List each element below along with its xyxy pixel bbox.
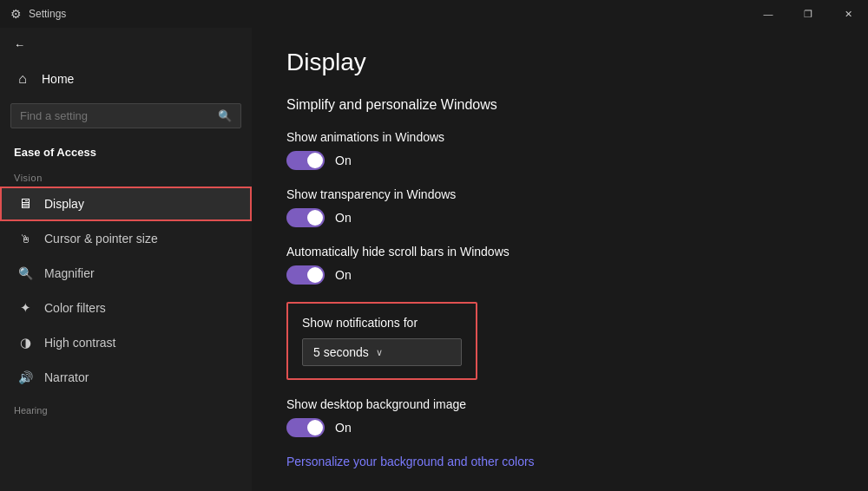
animations-setting: Show animations in Windows On xyxy=(286,130,833,170)
dropdown-arrow-icon: ∨ xyxy=(376,347,383,358)
desktop-bg-setting: Show desktop background image On xyxy=(286,397,833,437)
sidebar-item-magnifier-label: Magnifier xyxy=(44,266,95,280)
titlebar-left: ⚙ Settings xyxy=(10,7,66,21)
cursor-icon: 🖱 xyxy=(16,230,34,247)
back-button[interactable]: ← xyxy=(0,28,252,62)
desktop-bg-toggle-row: On xyxy=(286,418,833,437)
scrollbars-setting: Automatically hide scroll bars in Window… xyxy=(286,245,833,285)
minimize-button[interactable]: — xyxy=(748,0,788,28)
transparency-toggle-knob xyxy=(307,210,323,226)
back-icon: ← xyxy=(14,38,25,51)
ease-access-label: Ease of Access xyxy=(0,135,252,162)
home-button[interactable]: ⌂ Home xyxy=(0,62,252,96)
scrollbars-label: Automatically hide scroll bars in Window… xyxy=(286,245,833,259)
desktop-bg-toggle[interactable] xyxy=(286,418,325,437)
sidebar-item-cursor-label: Cursor & pointer size xyxy=(44,232,158,245)
sidebar-item-magnifier[interactable]: 🔍 Magnifier xyxy=(0,256,252,291)
desktop-bg-toggle-text: On xyxy=(335,421,352,435)
close-button[interactable]: ✕ xyxy=(828,0,868,28)
search-input[interactable] xyxy=(20,109,213,122)
animations-toggle-text: On xyxy=(335,154,352,167)
section-subtitle: Simplify and personalize Windows xyxy=(286,97,833,113)
notifications-dropdown[interactable]: 5 seconds ∨ xyxy=(302,338,462,366)
magnifier-icon: 🔍 xyxy=(16,265,34,282)
personalize-link[interactable]: Personalize your background and other co… xyxy=(286,455,833,468)
scrollbars-toggle-row: On xyxy=(286,265,833,285)
high-contrast-icon: ◑ xyxy=(16,334,34,351)
vision-section-label: Vision xyxy=(0,162,252,187)
narrator-icon: 🔊 xyxy=(16,369,34,386)
search-box[interactable]: 🔍 xyxy=(10,103,241,128)
transparency-toggle-row: On xyxy=(286,208,833,227)
transparency-setting: Show transparency in Windows On xyxy=(286,187,833,227)
sidebar-item-cursor[interactable]: 🖱 Cursor & pointer size xyxy=(0,221,252,256)
animations-toggle-row: On xyxy=(286,151,833,170)
animations-label: Show animations in Windows xyxy=(286,130,833,144)
desktop-bg-toggle-knob xyxy=(307,420,323,435)
sidebar-item-color-filters[interactable]: ✦ Color filters xyxy=(0,291,252,325)
sidebar-item-display[interactable]: 🖥 Display xyxy=(0,187,252,221)
maximize-button[interactable]: ❐ xyxy=(788,0,828,28)
titlebar-title: Settings xyxy=(29,8,66,20)
notifications-box: Show notifications for 5 seconds ∨ xyxy=(286,302,477,380)
sidebar-item-narrator-label: Narrator xyxy=(44,370,89,384)
main-layout: ← ⌂ Home 🔍 Ease of Access Vision 🖥 Displ… xyxy=(0,28,868,491)
animations-toggle-knob xyxy=(307,153,323,168)
titlebar-controls: — ❐ ✕ xyxy=(748,0,868,28)
sidebar-item-color-filters-label: Color filters xyxy=(44,301,106,315)
sidebar-item-high-contrast-label: High contrast xyxy=(44,336,115,350)
sidebar-item-narrator[interactable]: 🔊 Narrator xyxy=(0,360,252,395)
sidebar-item-high-contrast[interactable]: ◑ High contrast xyxy=(0,325,252,360)
home-label: Home xyxy=(42,72,74,86)
settings-icon: ⚙ xyxy=(10,7,22,21)
content-area: Display Simplify and personalize Windows… xyxy=(252,28,868,491)
notifications-label: Show notifications for xyxy=(302,316,462,330)
desktop-bg-label: Show desktop background image xyxy=(286,397,833,411)
home-icon: ⌂ xyxy=(14,70,31,88)
transparency-toggle-text: On xyxy=(335,211,352,225)
titlebar: ⚙ Settings — ❐ ✕ xyxy=(0,0,868,28)
notifications-value: 5 seconds xyxy=(313,345,369,359)
display-icon: 🖥 xyxy=(16,195,34,213)
scrollbars-toggle-knob xyxy=(307,267,323,283)
scrollbars-toggle[interactable] xyxy=(286,265,325,285)
page-title: Display xyxy=(286,49,833,76)
search-icon: 🔍 xyxy=(218,109,232,122)
transparency-toggle[interactable] xyxy=(286,208,325,227)
hearing-section-label: Hearing xyxy=(0,395,252,419)
scrollbars-toggle-text: On xyxy=(335,268,352,282)
animations-toggle[interactable] xyxy=(286,151,325,170)
transparency-label: Show transparency in Windows xyxy=(286,187,833,201)
color-filters-icon: ✦ xyxy=(16,299,34,317)
sidebar: ← ⌂ Home 🔍 Ease of Access Vision 🖥 Displ… xyxy=(0,28,252,491)
sidebar-item-display-label: Display xyxy=(44,197,84,211)
